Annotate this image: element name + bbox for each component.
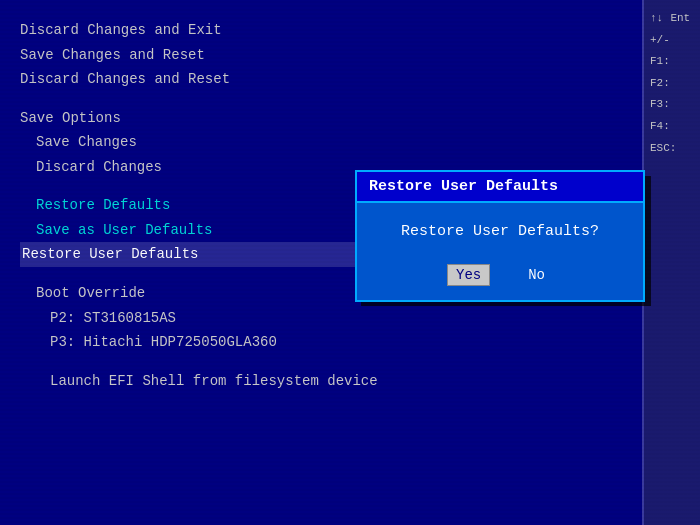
modal-dialog: Restore User Defaults Restore User Defau… [355, 170, 645, 302]
sidebar-nav-updown: ↑↓ [650, 12, 663, 24]
no-button[interactable]: No [520, 264, 553, 286]
sidebar-f3: F3: [650, 98, 670, 110]
sidebar-nav-enter: Ent [670, 12, 690, 24]
menu-item-discard-exit[interactable]: Discard Changes and Exit [20, 18, 620, 43]
bios-screen: Discard Changes and Exit Save Changes an… [0, 0, 700, 525]
menu-item-boot-p2[interactable]: P2: ST3160815AS [20, 306, 620, 331]
yes-button[interactable]: Yes [447, 264, 490, 286]
menu-item-boot-p3[interactable]: P3: Hitachi HDP725050GLA360 [20, 330, 620, 355]
section-save-options: Save Options [20, 110, 121, 126]
sidebar-f1: F1: [650, 55, 670, 67]
menu-item-discard-reset[interactable]: Discard Changes and Reset [20, 67, 620, 92]
section-boot-override: Boot Override [20, 285, 145, 301]
modal-title: Restore User Defaults [357, 172, 643, 203]
sidebar-f2: F2: [650, 77, 670, 89]
menu-item-save-reset[interactable]: Save Changes and Reset [20, 43, 620, 68]
sidebar-nav-plusminus: +/- [650, 34, 670, 46]
modal-buttons: Yes No [357, 254, 643, 300]
menu-item-save-changes[interactable]: Save Changes [20, 130, 620, 155]
modal-question: Restore User Defaults? [357, 203, 643, 254]
menu-item-launch-efi[interactable]: Launch EFI Shell from filesystem device [20, 369, 620, 394]
sidebar-esc: ESC: [650, 142, 676, 154]
sidebar-f4: F4: [650, 120, 670, 132]
